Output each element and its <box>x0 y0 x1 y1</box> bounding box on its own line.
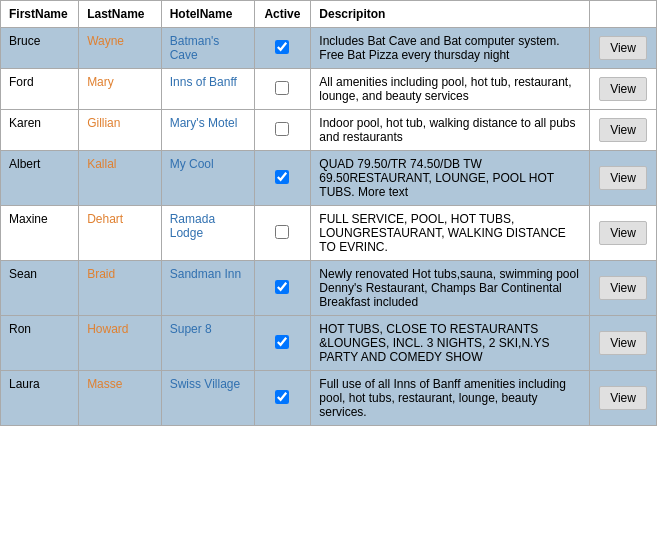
cell-hotelname: Ramada Lodge <box>161 206 254 261</box>
cell-description: HOT TUBS, CLOSE TO RESTAURANTS &LOUNGES,… <box>311 316 590 371</box>
cell-lastname: Masse <box>79 371 162 426</box>
cell-hotelname: Mary's Motel <box>161 110 254 151</box>
cell-active[interactable] <box>254 110 311 151</box>
cell-hotelname: Sandman Inn <box>161 261 254 316</box>
cell-description: Indoor pool, hot tub, walking distance t… <box>311 110 590 151</box>
cell-lastname: Kallal <box>79 151 162 206</box>
cell-lastname: Wayne <box>79 28 162 69</box>
table-row: MaxineDehartRamada LodgeFULL SERVICE, PO… <box>1 206 657 261</box>
cell-lastname: Gillian <box>79 110 162 151</box>
cell-firstname: Maxine <box>1 206 79 261</box>
active-checkbox[interactable] <box>275 335 289 349</box>
cell-firstname: Laura <box>1 371 79 426</box>
cell-active[interactable] <box>254 28 311 69</box>
active-checkbox[interactable] <box>275 81 289 95</box>
cell-action[interactable]: View <box>590 206 657 261</box>
cell-action[interactable]: View <box>590 110 657 151</box>
active-checkbox[interactable] <box>275 225 289 239</box>
cell-hotelname: Batman's Cave <box>161 28 254 69</box>
cell-action[interactable]: View <box>590 371 657 426</box>
active-checkbox[interactable] <box>275 122 289 136</box>
header-active: Active <box>254 1 311 28</box>
header-lastname: LastName <box>79 1 162 28</box>
header-firstname: FirstName <box>1 1 79 28</box>
cell-description: All amenities including pool, hot tub, r… <box>311 69 590 110</box>
active-checkbox[interactable] <box>275 170 289 184</box>
cell-active[interactable] <box>254 316 311 371</box>
cell-active[interactable] <box>254 69 311 110</box>
cell-action[interactable]: View <box>590 261 657 316</box>
view-button[interactable]: View <box>599 77 647 101</box>
cell-firstname: Ford <box>1 69 79 110</box>
cell-lastname: Braid <box>79 261 162 316</box>
active-checkbox[interactable] <box>275 280 289 294</box>
header-hotelname: HotelName <box>161 1 254 28</box>
header-description: Descripiton <box>311 1 590 28</box>
view-button[interactable]: View <box>599 36 647 60</box>
cell-active[interactable] <box>254 261 311 316</box>
cell-active[interactable] <box>254 151 311 206</box>
cell-active[interactable] <box>254 371 311 426</box>
cell-description: Includes Bat Cave and Bat computer syste… <box>311 28 590 69</box>
view-button[interactable]: View <box>599 118 647 142</box>
table-row: BruceWayneBatman's CaveIncludes Bat Cave… <box>1 28 657 69</box>
cell-lastname: Mary <box>79 69 162 110</box>
cell-firstname: Albert <box>1 151 79 206</box>
table-row: SeanBraidSandman InnNewly renovated Hot … <box>1 261 657 316</box>
view-button[interactable]: View <box>599 166 647 190</box>
cell-description: Newly renovated Hot tubs,sauna, swimming… <box>311 261 590 316</box>
cell-hotelname: Inns of Banff <box>161 69 254 110</box>
view-button[interactable]: View <box>599 331 647 355</box>
cell-hotelname: My Cool <box>161 151 254 206</box>
view-button[interactable]: View <box>599 221 647 245</box>
main-table: FirstName LastName HotelName Active Desc… <box>0 0 657 426</box>
cell-firstname: Karen <box>1 110 79 151</box>
cell-firstname: Bruce <box>1 28 79 69</box>
cell-lastname: Howard <box>79 316 162 371</box>
cell-hotelname: Swiss Village <box>161 371 254 426</box>
cell-firstname: Sean <box>1 261 79 316</box>
cell-description: FULL SERVICE, POOL, HOT TUBS, LOUNGRESTA… <box>311 206 590 261</box>
cell-lastname: Dehart <box>79 206 162 261</box>
cell-action[interactable]: View <box>590 151 657 206</box>
table-row: KarenGillianMary's MotelIndoor pool, hot… <box>1 110 657 151</box>
table-row: LauraMasseSwiss VillageFull use of all I… <box>1 371 657 426</box>
header-action <box>590 1 657 28</box>
cell-active[interactable] <box>254 206 311 261</box>
cell-description: QUAD 79.50/TR 74.50/DB TW 69.50RESTAURAN… <box>311 151 590 206</box>
cell-firstname: Ron <box>1 316 79 371</box>
cell-action[interactable]: View <box>590 316 657 371</box>
cell-description: Full use of all Inns of Banff amenities … <box>311 371 590 426</box>
active-checkbox[interactable] <box>275 40 289 54</box>
table-row: AlbertKallalMy CoolQUAD 79.50/TR 74.50/D… <box>1 151 657 206</box>
cell-action[interactable]: View <box>590 28 657 69</box>
table-row: RonHowardSuper 8HOT TUBS, CLOSE TO RESTA… <box>1 316 657 371</box>
view-button[interactable]: View <box>599 386 647 410</box>
table-row: FordMaryInns of BanffAll amenities inclu… <box>1 69 657 110</box>
view-button[interactable]: View <box>599 276 647 300</box>
cell-hotelname: Super 8 <box>161 316 254 371</box>
active-checkbox[interactable] <box>275 390 289 404</box>
cell-action[interactable]: View <box>590 69 657 110</box>
